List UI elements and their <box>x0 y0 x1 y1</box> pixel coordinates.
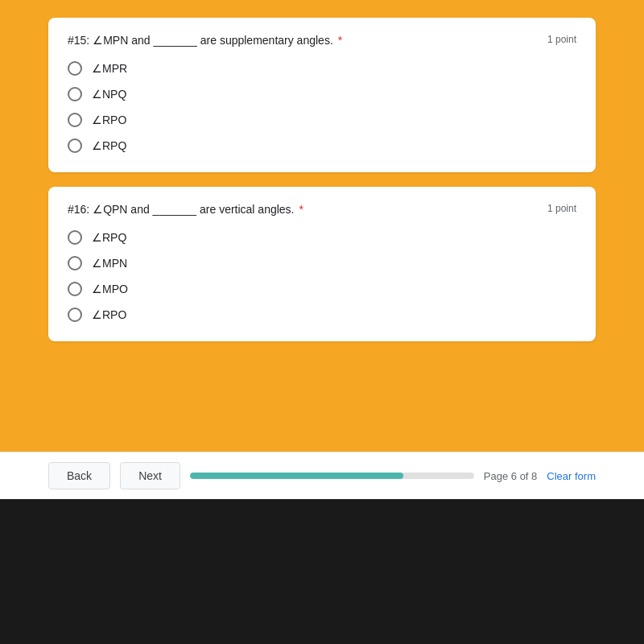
question-15-number: #15: <box>68 34 89 47</box>
radio-q16a[interactable] <box>68 230 82 245</box>
next-button[interactable]: Next <box>120 462 180 489</box>
question-15-body: ∠MPN and _______ are supplementary angle… <box>93 34 336 47</box>
radio-q15a[interactable] <box>68 61 82 76</box>
option-label-q16b: ∠MPN <box>92 257 127 270</box>
question-16-points: 1 point <box>547 203 576 214</box>
question-16-option-d[interactable]: ∠RPO <box>68 308 576 322</box>
footer-bar: Back Next Page 6 of 8 Clear form <box>0 452 644 499</box>
radio-q15c[interactable] <box>68 113 82 127</box>
radio-q15d[interactable] <box>68 138 82 153</box>
question-15-options: ∠MPR ∠NPQ ∠RPO ∠RPQ <box>68 61 576 153</box>
progress-bar-fill <box>190 473 403 479</box>
question-15-points: 1 point <box>547 34 576 45</box>
progress-bar-container <box>190 473 474 479</box>
question-15-text: #15: ∠MPN and _______ are supplementary … <box>68 34 342 47</box>
question-16-body: ∠QPN and _______ are vertical angles. <box>93 203 297 216</box>
clear-form-button[interactable]: Clear form <box>547 470 596 482</box>
question-16-text: #16: ∠QPN and _______ are vertical angle… <box>68 203 303 216</box>
question-15-option-a[interactable]: ∠MPR <box>68 61 576 76</box>
question-15-header: #15: ∠MPN and _______ are supplementary … <box>68 34 576 47</box>
option-label-q16a: ∠RPQ <box>92 231 126 244</box>
question-16-options: ∠RPQ ∠MPN ∠MPO ∠RPO <box>68 230 576 322</box>
radio-q16b[interactable] <box>68 256 82 270</box>
question-16-number: #16: <box>68 203 89 216</box>
question-16-required: * <box>299 203 303 216</box>
question-15-option-b[interactable]: ∠NPQ <box>68 87 576 101</box>
question-15-option-c[interactable]: ∠RPO <box>68 113 576 127</box>
option-label-q15d: ∠RPQ <box>92 139 126 152</box>
radio-q15b[interactable] <box>68 87 82 101</box>
question-15-required: * <box>338 34 342 47</box>
question-16-option-b[interactable]: ∠MPN <box>68 256 576 270</box>
option-label-q15b: ∠NPQ <box>92 88 126 101</box>
option-label-q15c: ∠RPO <box>92 114 126 126</box>
question-16-option-a[interactable]: ∠RPQ <box>68 230 576 245</box>
page-indicator: Page 6 of 8 <box>484 470 538 482</box>
top-bar <box>0 0 644 10</box>
bottom-dark-area <box>0 499 644 644</box>
option-label-q16d: ∠RPO <box>92 308 126 321</box>
content-area: #15: ∠MPN and _______ are supplementary … <box>0 10 644 452</box>
question-15-option-d[interactable]: ∠RPQ <box>68 138 576 153</box>
question-16-option-c[interactable]: ∠MPO <box>68 282 576 296</box>
page-wrapper: #15: ∠MPN and _______ are supplementary … <box>0 0 644 644</box>
radio-q16c[interactable] <box>68 282 82 296</box>
option-label-q15a: ∠MPR <box>92 62 127 75</box>
question-16-header: #16: ∠QPN and _______ are vertical angle… <box>68 203 576 216</box>
radio-q16d[interactable] <box>68 308 82 322</box>
question-15-card: #15: ∠MPN and _______ are supplementary … <box>48 18 596 172</box>
option-label-q16c: ∠MPO <box>92 283 128 295</box>
question-16-card: #16: ∠QPN and _______ are vertical angle… <box>48 187 596 341</box>
back-button[interactable]: Back <box>48 462 110 489</box>
